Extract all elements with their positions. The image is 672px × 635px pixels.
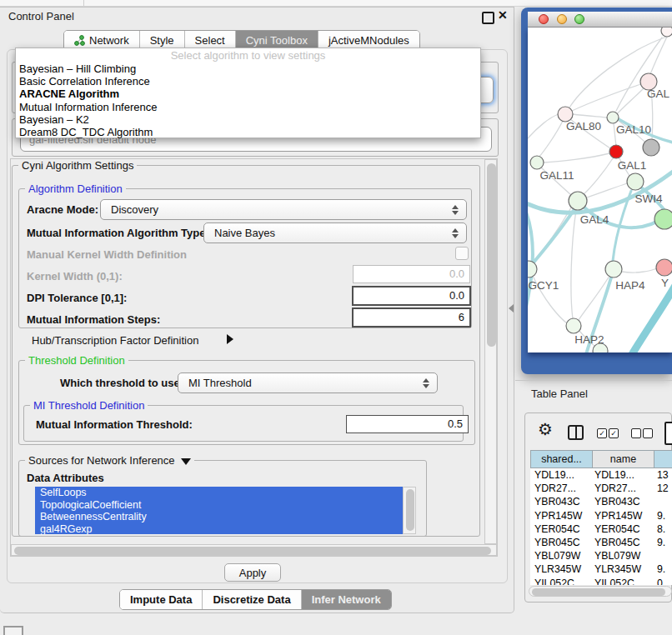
network-node-gal4[interactable]	[569, 192, 587, 210]
table-cell: YLR345W	[592, 563, 654, 575]
cyni-settings-title: Cyni Algorithm Settings	[18, 159, 137, 172]
close-traffic-light-icon[interactable]	[539, 14, 549, 24]
table-row[interactable]: YBR043CYBR043C	[530, 495, 672, 508]
columns-icon[interactable]	[568, 425, 584, 440]
table-cell: YIL052C	[592, 578, 654, 585]
mi-steps-field[interactable]: 6	[352, 308, 471, 328]
deselect-all-icon[interactable]	[631, 428, 641, 438]
settings-horizontal-scrollbar[interactable]	[11, 544, 497, 556]
table-cell: YBR043C	[592, 496, 654, 508]
tab-infer-network[interactable]: Infer Network	[302, 590, 391, 609]
attribute-item[interactable]: BetweennessCentrality	[35, 511, 403, 523]
network-node-gal10[interactable]	[607, 112, 619, 123]
algorithm-dropdown: Select algorithm to view settings Bayesi…	[15, 48, 481, 138]
table-row[interactable]: YER054CYER054C8.	[530, 522, 672, 536]
attribute-item[interactable]: TopologicalCoefficient	[35, 499, 403, 512]
node-label: GAL1	[618, 159, 647, 172]
algorithm-option[interactable]: Basic Correlation Inference	[16, 75, 480, 88]
minimize-traffic-light-icon[interactable]	[557, 14, 567, 24]
network-node-hap4[interactable]	[605, 261, 622, 278]
network-canvas[interactable]: GALGAL80GAL10GAL1GAL11SWI4GAL4GCY1HAP4YH…	[528, 28, 672, 352]
table-row[interactable]: YBR045CYBR045C9.	[530, 536, 672, 549]
column-header-cropped[interactable]	[654, 450, 672, 468]
expand-arrow-icon[interactable]	[227, 334, 233, 344]
top-strip-seam	[83, 0, 84, 6]
network-node-y[interactable]	[656, 259, 672, 276]
column-header-name[interactable]: name	[592, 450, 654, 468]
node-label: GAL	[647, 88, 670, 100]
table-row[interactable]: YDR27...YDR27...12	[530, 482, 672, 495]
aracne-mode-combo[interactable]: Discovery	[100, 199, 467, 220]
table-row[interactable]: YDL19...YDL19...13	[530, 468, 672, 482]
network-edge[interactable]	[571, 210, 576, 319]
tab-discretize-data[interactable]: Discretize Data	[203, 590, 301, 609]
network-edge[interactable]	[544, 153, 609, 162]
algorithm-option[interactable]: ARACNE Algorithm	[16, 88, 480, 100]
table-cell: YIL052C	[530, 578, 592, 585]
network-edge[interactable]	[622, 268, 657, 272]
network-node[interactable]	[654, 209, 672, 229]
data-attributes-label: Data Attributes	[27, 472, 104, 484]
mi-threshold-field[interactable]: 0.5	[346, 415, 469, 433]
docked-panel-icon[interactable]	[3, 626, 23, 635]
attribute-item[interactable]: gal4RGexp	[35, 523, 403, 534]
tab-label: jActiveMNodules	[328, 34, 409, 47]
apply-button[interactable]: Apply	[224, 563, 281, 582]
new-table-icon[interactable]	[664, 422, 672, 445]
table-horizontal-scrollbar[interactable]	[529, 586, 672, 597]
settings-vertical-scrollbar[interactable]	[484, 159, 497, 544]
network-edge[interactable]	[587, 183, 627, 198]
stepper-icon	[423, 378, 429, 388]
algorithm-option[interactable]: Bayesian – K2	[16, 113, 480, 126]
float-window-icon[interactable]	[482, 12, 494, 24]
select-all-check-icon[interactable]: ✓	[609, 428, 619, 438]
split-pane-collapse-icon[interactable]	[509, 304, 514, 312]
network-node-gcy1[interactable]	[528, 261, 537, 278]
network-node-hap2[interactable]	[566, 318, 581, 333]
close-icon[interactable]: ✕	[498, 8, 508, 22]
dpi-tolerance-field[interactable]: 0.0	[352, 286, 471, 306]
table-cell: YBL079W	[592, 550, 654, 562]
table-panel-divider	[515, 380, 672, 381]
attributes-list-scrollbar[interactable]	[403, 487, 416, 534]
table-row[interactable]: YBL079WYBL079W	[530, 549, 672, 562]
table-cell: 13	[654, 469, 669, 481]
table-row[interactable]: YPR145WYPR145W9.	[530, 509, 672, 522]
network-edge[interactable]	[528, 114, 559, 144]
network-edge[interactable]	[631, 284, 672, 352]
network-edge[interactable]	[584, 158, 613, 194]
mi-type-value: Naive Bayes	[214, 227, 275, 239]
algorithm-dropdown-list: Bayesian – Hill ClimbingBasic Correlatio…	[16, 62, 480, 138]
network-edge[interactable]	[539, 121, 563, 158]
tab-impute-data[interactable]: Impute Data	[120, 590, 203, 609]
hub-section-label: Hub/Transcription Factor Definition	[32, 334, 198, 347]
algorithm-option[interactable]: Dream8 DC_TDC Algorithm	[16, 126, 480, 138]
network-node[interactable]	[643, 139, 659, 156]
which-threshold-label: Which threshold to use:	[60, 377, 183, 389]
table-row[interactable]: YLR345WYLR345W9.	[530, 562, 672, 576]
network-node-gal11[interactable]	[530, 156, 544, 169]
column-header-shared-name[interactable]: shared...	[530, 450, 593, 468]
manual-kernel-checkbox[interactable]	[455, 247, 469, 260]
attribute-item[interactable]: SelfLoops	[35, 487, 403, 499]
select-all-check-icon[interactable]: ✓	[597, 428, 607, 438]
algorithm-option[interactable]: Bayesian – Hill Climbing	[16, 62, 480, 75]
node-label: GCY1	[529, 279, 559, 292]
network-node[interactable]	[661, 28, 672, 37]
network-edge[interactable]	[573, 114, 607, 118]
collapse-arrow-icon[interactable]	[181, 458, 191, 465]
network-node-gal1[interactable]	[609, 145, 623, 158]
table-row[interactable]: YIL052CYIL052C0	[530, 577, 672, 586]
network-window-titlebar[interactable]	[528, 12, 672, 28]
which-threshold-combo[interactable]: MI Threshold	[178, 372, 438, 393]
zoom-traffic-light-icon[interactable]	[574, 14, 584, 24]
gear-icon[interactable]: ⚙	[538, 421, 553, 438]
network-edge[interactable]	[572, 84, 641, 111]
mi-type-combo[interactable]: Naive Bayes	[203, 222, 467, 243]
network-node-swi4[interactable]	[627, 173, 644, 190]
deselect-all-icon[interactable]	[643, 428, 653, 438]
kernel-width-field[interactable]: 0.0	[353, 265, 470, 283]
network-graph[interactable]: GALGAL80GAL10GAL1GAL11SWI4GAL4GCY1HAP4YH…	[528, 28, 672, 352]
algorithm-option[interactable]: Mutual Information Inference	[16, 101, 480, 113]
mi-steps-label: Mutual Information Steps:	[27, 313, 160, 326]
